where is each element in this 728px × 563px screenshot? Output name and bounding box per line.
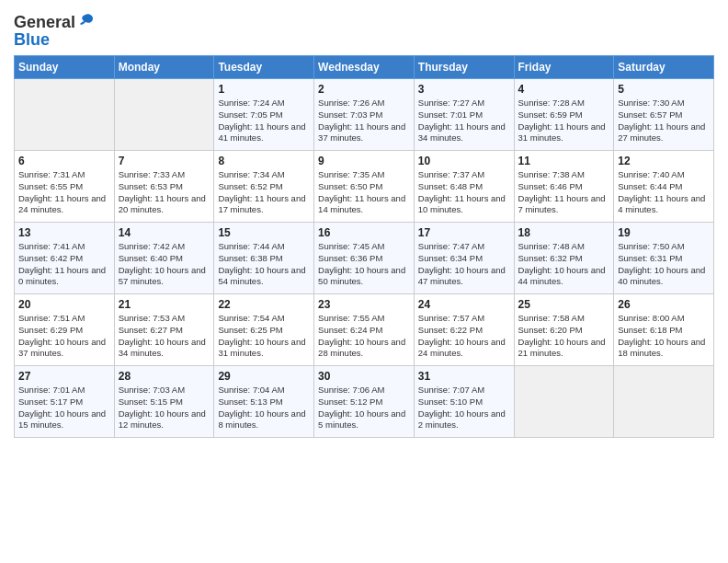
calendar-cell: 15Sunrise: 7:44 AM Sunset: 6:38 PM Dayli… bbox=[214, 223, 314, 294]
day-number: 4 bbox=[518, 83, 610, 96]
calendar-table: SundayMondayTuesdayWednesdayThursdayFrid… bbox=[14, 55, 714, 438]
day-info: Sunrise: 7:40 AM Sunset: 6:44 PM Dayligh… bbox=[618, 169, 710, 216]
day-info: Sunrise: 7:58 AM Sunset: 6:20 PM Dayligh… bbox=[518, 313, 610, 360]
calendar-cell: 6Sunrise: 7:31 AM Sunset: 6:55 PM Daylig… bbox=[15, 151, 115, 223]
day-number: 22 bbox=[218, 298, 310, 311]
day-info: Sunrise: 7:54 AM Sunset: 6:25 PM Dayligh… bbox=[218, 313, 310, 360]
calendar-cell: 19Sunrise: 7:50 AM Sunset: 6:31 PM Dayli… bbox=[614, 223, 714, 294]
logo-general-text: General bbox=[14, 13, 75, 32]
day-info: Sunrise: 7:53 AM Sunset: 6:27 PM Dayligh… bbox=[119, 313, 210, 360]
day-info: Sunrise: 7:31 AM Sunset: 6:55 PM Dayligh… bbox=[18, 169, 110, 216]
calendar-cell bbox=[15, 79, 115, 151]
day-info: Sunrise: 7:42 AM Sunset: 6:40 PM Dayligh… bbox=[119, 241, 210, 288]
day-number: 10 bbox=[418, 155, 510, 167]
calendar-cell: 8Sunrise: 7:34 AM Sunset: 6:52 PM Daylig… bbox=[214, 151, 314, 223]
weekday-header-friday: Friday bbox=[514, 56, 614, 79]
calendar-cell: 31Sunrise: 7:07 AM Sunset: 5:10 PM Dayli… bbox=[414, 366, 514, 438]
day-info: Sunrise: 7:38 AM Sunset: 6:46 PM Dayligh… bbox=[518, 169, 610, 216]
day-info: Sunrise: 7:03 AM Sunset: 5:15 PM Dayligh… bbox=[119, 385, 210, 431]
calendar-cell: 16Sunrise: 7:45 AM Sunset: 6:36 PM Dayli… bbox=[314, 223, 415, 294]
day-info: Sunrise: 7:34 AM Sunset: 6:52 PM Dayligh… bbox=[218, 169, 310, 216]
day-number: 15 bbox=[218, 226, 310, 239]
day-info: Sunrise: 7:01 AM Sunset: 5:17 PM Dayligh… bbox=[18, 385, 110, 431]
day-info: Sunrise: 7:28 AM Sunset: 6:59 PM Dayligh… bbox=[518, 98, 610, 144]
calendar-cell: 4Sunrise: 7:28 AM Sunset: 6:59 PM Daylig… bbox=[514, 79, 614, 151]
calendar-cell: 5Sunrise: 7:30 AM Sunset: 6:57 PM Daylig… bbox=[614, 79, 714, 151]
day-number: 5 bbox=[618, 83, 710, 96]
day-number: 29 bbox=[218, 370, 310, 383]
calendar-cell: 30Sunrise: 7:06 AM Sunset: 5:12 PM Dayli… bbox=[314, 366, 415, 438]
calendar-cell: 11Sunrise: 7:38 AM Sunset: 6:46 PM Dayli… bbox=[514, 151, 614, 223]
calendar-cell: 24Sunrise: 7:57 AM Sunset: 6:22 PM Dayli… bbox=[414, 294, 514, 366]
day-info: Sunrise: 8:00 AM Sunset: 6:18 PM Dayligh… bbox=[618, 313, 710, 360]
day-number: 8 bbox=[218, 155, 310, 167]
calendar-cell: 20Sunrise: 7:51 AM Sunset: 6:29 PM Dayli… bbox=[15, 294, 115, 366]
day-info: Sunrise: 7:04 AM Sunset: 5:13 PM Dayligh… bbox=[218, 385, 310, 431]
day-info: Sunrise: 7:26 AM Sunset: 7:03 PM Dayligh… bbox=[318, 98, 410, 144]
weekday-header-tuesday: Tuesday bbox=[214, 56, 314, 79]
day-number: 17 bbox=[418, 226, 510, 239]
calendar-cell: 10Sunrise: 7:37 AM Sunset: 6:48 PM Dayli… bbox=[414, 151, 514, 223]
calendar-cell: 28Sunrise: 7:03 AM Sunset: 5:15 PM Dayli… bbox=[114, 366, 214, 438]
day-info: Sunrise: 7:27 AM Sunset: 7:01 PM Dayligh… bbox=[418, 98, 510, 144]
day-info: Sunrise: 7:35 AM Sunset: 6:50 PM Dayligh… bbox=[318, 169, 410, 216]
calendar-cell bbox=[614, 366, 714, 438]
day-number: 3 bbox=[418, 83, 510, 96]
calendar-cell: 7Sunrise: 7:33 AM Sunset: 6:53 PM Daylig… bbox=[114, 151, 214, 223]
week-row-1: 1Sunrise: 7:24 AM Sunset: 7:05 PM Daylig… bbox=[15, 79, 714, 151]
day-info: Sunrise: 7:44 AM Sunset: 6:38 PM Dayligh… bbox=[218, 241, 310, 288]
day-number: 1 bbox=[218, 83, 310, 96]
calendar-cell: 26Sunrise: 8:00 AM Sunset: 6:18 PM Dayli… bbox=[614, 294, 714, 366]
calendar-cell: 17Sunrise: 7:47 AM Sunset: 6:34 PM Dayli… bbox=[414, 223, 514, 294]
calendar-cell: 1Sunrise: 7:24 AM Sunset: 7:05 PM Daylig… bbox=[214, 79, 314, 151]
day-number: 19 bbox=[618, 226, 710, 239]
day-number: 16 bbox=[318, 226, 410, 239]
day-number: 14 bbox=[119, 226, 210, 239]
weekday-header-thursday: Thursday bbox=[414, 56, 514, 79]
logo: General Blue bbox=[14, 13, 95, 50]
day-info: Sunrise: 7:30 AM Sunset: 6:57 PM Dayligh… bbox=[618, 98, 710, 144]
calendar-cell: 27Sunrise: 7:01 AM Sunset: 5:17 PM Dayli… bbox=[15, 366, 115, 438]
weekday-header-row: SundayMondayTuesdayWednesdayThursdayFrid… bbox=[15, 56, 714, 79]
day-number: 28 bbox=[119, 370, 210, 383]
calendar-cell: 29Sunrise: 7:04 AM Sunset: 5:13 PM Dayli… bbox=[214, 366, 314, 438]
day-number: 11 bbox=[518, 155, 610, 167]
logo-blue-text: Blue bbox=[14, 30, 50, 50]
calendar-cell: 12Sunrise: 7:40 AM Sunset: 6:44 PM Dayli… bbox=[614, 151, 714, 223]
day-number: 9 bbox=[318, 155, 410, 167]
day-info: Sunrise: 7:41 AM Sunset: 6:42 PM Dayligh… bbox=[18, 241, 110, 288]
day-number: 26 bbox=[618, 298, 710, 311]
day-info: Sunrise: 7:47 AM Sunset: 6:34 PM Dayligh… bbox=[418, 241, 510, 288]
week-row-2: 6Sunrise: 7:31 AM Sunset: 6:55 PM Daylig… bbox=[15, 151, 714, 223]
calendar-cell: 21Sunrise: 7:53 AM Sunset: 6:27 PM Dayli… bbox=[114, 294, 214, 366]
day-number: 21 bbox=[119, 298, 210, 311]
day-info: Sunrise: 7:50 AM Sunset: 6:31 PM Dayligh… bbox=[618, 241, 710, 288]
day-number: 6 bbox=[18, 155, 110, 167]
day-info: Sunrise: 7:48 AM Sunset: 6:32 PM Dayligh… bbox=[518, 241, 610, 288]
day-info: Sunrise: 7:57 AM Sunset: 6:22 PM Dayligh… bbox=[418, 313, 510, 360]
calendar-cell: 25Sunrise: 7:58 AM Sunset: 6:20 PM Dayli… bbox=[514, 294, 614, 366]
day-number: 24 bbox=[418, 298, 510, 311]
calendar-cell: 18Sunrise: 7:48 AM Sunset: 6:32 PM Dayli… bbox=[514, 223, 614, 294]
calendar-cell: 22Sunrise: 7:54 AM Sunset: 6:25 PM Dayli… bbox=[214, 294, 314, 366]
day-info: Sunrise: 7:06 AM Sunset: 5:12 PM Dayligh… bbox=[318, 385, 410, 431]
day-info: Sunrise: 7:45 AM Sunset: 6:36 PM Dayligh… bbox=[318, 241, 410, 288]
calendar-cell bbox=[114, 79, 214, 151]
day-number: 12 bbox=[618, 155, 710, 167]
day-info: Sunrise: 7:07 AM Sunset: 5:10 PM Dayligh… bbox=[418, 385, 510, 431]
calendar-cell: 23Sunrise: 7:55 AM Sunset: 6:24 PM Dayli… bbox=[314, 294, 415, 366]
day-number: 2 bbox=[318, 83, 410, 96]
day-number: 27 bbox=[18, 370, 110, 383]
calendar-cell: 9Sunrise: 7:35 AM Sunset: 6:50 PM Daylig… bbox=[314, 151, 415, 223]
calendar-cell bbox=[514, 366, 614, 438]
logo-bird-icon bbox=[76, 13, 95, 31]
week-row-4: 20Sunrise: 7:51 AM Sunset: 6:29 PM Dayli… bbox=[15, 294, 714, 366]
calendar-cell: 13Sunrise: 7:41 AM Sunset: 6:42 PM Dayli… bbox=[15, 223, 115, 294]
day-number: 30 bbox=[318, 370, 410, 383]
week-row-3: 13Sunrise: 7:41 AM Sunset: 6:42 PM Dayli… bbox=[15, 223, 714, 294]
weekday-header-sunday: Sunday bbox=[15, 56, 115, 79]
day-info: Sunrise: 7:37 AM Sunset: 6:48 PM Dayligh… bbox=[418, 169, 510, 216]
day-number: 23 bbox=[318, 298, 410, 311]
week-row-5: 27Sunrise: 7:01 AM Sunset: 5:17 PM Dayli… bbox=[15, 366, 714, 438]
weekday-header-saturday: Saturday bbox=[614, 56, 714, 79]
